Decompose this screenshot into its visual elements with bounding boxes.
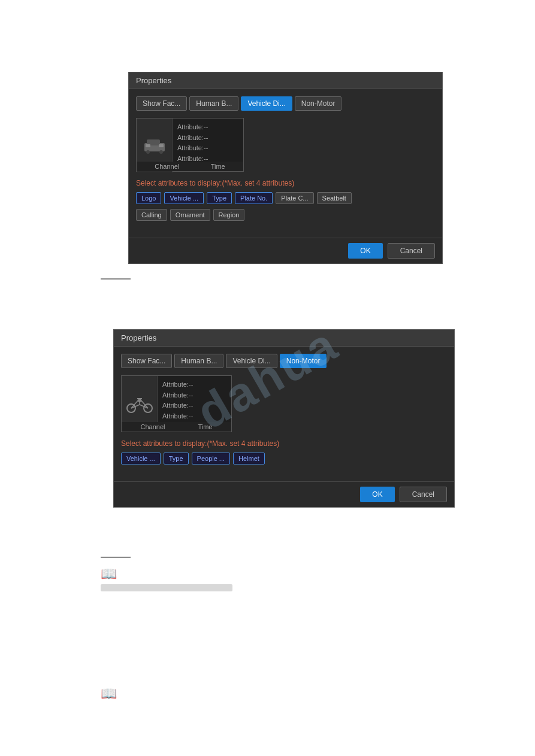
d2-attr-btn-helmet[interactable]: Helmet [233,453,265,464]
preview-footer-time: Time [211,163,225,170]
dialog1-preview: Attribute:-- Attribute:-- Attribute:-- A… [136,118,244,172]
attr-line-1: Attribute:-- [177,122,208,133]
dialog2-body: Show Fac... Human B... Vehicle Di... Non… [114,347,454,476]
d2-preview-footer-time: Time [198,423,212,430]
attr-btn-ornament[interactable]: Ornament [170,209,210,221]
note1-area: 📖 [101,567,232,591]
note1-icon: 📖 [101,566,117,581]
dialog2-attr-row1: Vehicle ... Type People ... Helmet [121,453,447,464]
d2-preview-footer-channel: Channel [140,423,165,430]
svg-rect-4 [146,144,150,147]
d2-attr-line-1: Attribute:-- [162,379,193,390]
dialog2-title: Properties [114,330,454,347]
dialog2-cancel-button[interactable]: Cancel [400,487,447,502]
dialog1-preview-footer: Channel Time [137,162,243,171]
d2-attr-btn-type[interactable]: Type [164,453,189,464]
note2-icon: 📖 [101,686,117,701]
dialog2-footer: OK Cancel [114,481,454,507]
dialog2-preview-footer: Channel Time [122,422,231,432]
dialog1-tab-row: Show Fac... Human B... Vehicle Di... Non… [136,96,435,111]
dialog1-select-label: Select attributes to display:(*Max. set … [136,179,435,187]
dialog2-tab-vehicledi[interactable]: Vehicle Di... [226,354,277,368]
attr-btn-logo[interactable]: Logo [136,192,161,204]
attr-btn-plateno[interactable]: Plate No. [235,192,273,204]
page: dahua Properties Show Fac... Human B... … [0,0,535,756]
svg-point-3 [159,150,163,154]
svg-point-2 [146,150,150,154]
dialog1-select-note: (*Max. set 4 attributes) [222,179,294,187]
dialog1-tab-nonmotor[interactable]: Non-Motor [295,96,342,111]
dialog1-tab-vehicledi[interactable]: Vehicle Di... [241,96,292,111]
attr-btn-type[interactable]: Type [207,192,232,204]
svg-rect-5 [159,144,164,147]
dialog1-title: Properties [129,72,442,89]
dialog2-tab-nonmotor[interactable]: Non-Motor [280,354,327,368]
d2-attr-line-2: Attribute:-- [162,390,193,401]
dialog2-select-note: (*Max. set 4 attributes) [207,439,279,448]
attr-btn-seatbelt[interactable]: Seatbelt [317,192,352,204]
note1-line [101,584,232,591]
dialog2-ok-button[interactable]: OK [360,487,394,502]
attr-btn-vehicle[interactable]: Vehicle ... [164,192,204,204]
attr-btn-region[interactable]: Region [213,209,245,221]
attr-line-3: Attribute:-- [177,143,208,154]
divider1 [101,278,131,280]
dialog1-tab-showfac[interactable]: Show Fac... [136,96,187,111]
dialog1-tab-humanb[interactable]: Human B... [189,96,238,111]
note2-area: 📖 [101,687,117,700]
dialog1-cancel-button[interactable]: Cancel [388,243,435,259]
dialog2-tab-humanb[interactable]: Human B... [174,354,223,368]
dialog1-ok-button[interactable]: OK [348,243,382,259]
car-icon [143,137,166,154]
divider2 [101,557,131,558]
dialog2-select-label: Select attributes to display:(*Max. set … [121,439,447,448]
dialog2-preview: Attribute:-- Attribute:-- Attribute:-- A… [121,375,232,432]
attr-line-2: Attribute:-- [177,133,208,144]
dialog1-body: Show Fac... Human B... Vehicle Di... Non… [129,89,442,233]
bike-icon [126,393,153,413]
dialog1-attr-row2: Calling Ornament Region [136,209,435,221]
attr-btn-calling[interactable]: Calling [136,209,167,221]
dialog2-tab-showfac[interactable]: Show Fac... [121,354,172,368]
attr-btn-platec[interactable]: Plate C... [276,192,313,204]
dialog1-footer: OK Cancel [129,238,442,263]
preview-footer-channel: Channel [155,163,179,170]
d2-attr-line-4: Attribute:-- [162,411,193,422]
d2-attr-btn-vehicle[interactable]: Vehicle ... [121,453,161,464]
d2-attr-btn-people[interactable]: People ... [192,453,230,464]
dialog2: Properties Show Fac... Human B... Vehicl… [113,329,455,508]
dialog2-tab-row: Show Fac... Human B... Vehicle Di... Non… [121,354,447,368]
d2-attr-line-3: Attribute:-- [162,400,193,411]
dialog1-attr-row1: Logo Vehicle ... Type Plate No. Plate C.… [136,192,435,204]
dialog1: Properties Show Fac... Human B... Vehicl… [128,72,443,264]
